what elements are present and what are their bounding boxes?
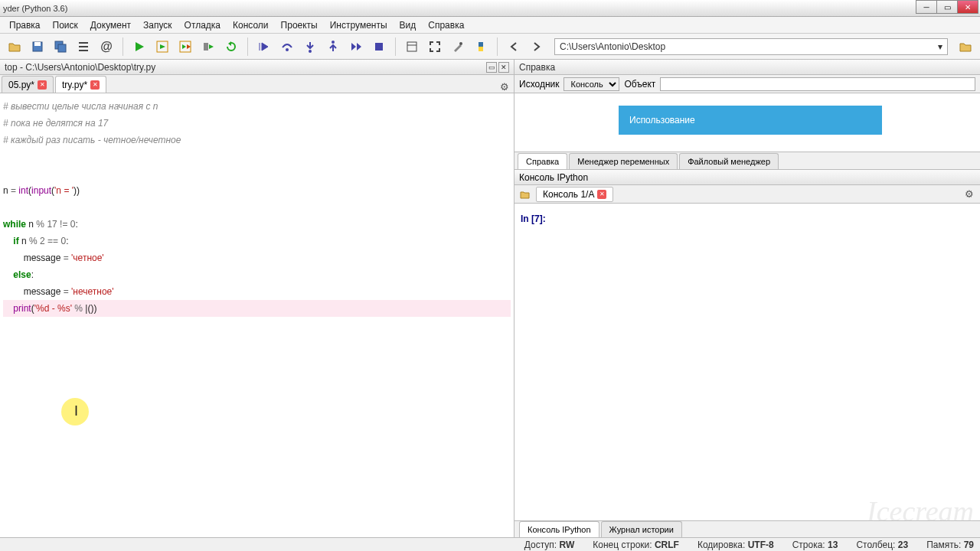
editor-path: top - C:\Users\Antonio\Desktop\try.py [5,62,155,73]
debug-stepout-icon[interactable] [323,37,343,57]
address-bar[interactable]: C:\Users\Antonio\Desktop▾ [554,38,948,55]
svg-rect-6 [204,43,208,51]
list-icon[interactable] [74,37,93,57]
object-label: Объект [624,79,655,90]
debug-continue-icon[interactable] [346,37,366,57]
console-bottom-tab[interactable]: Консоль IPython [519,521,599,537]
debug-stepin-icon[interactable] [300,37,320,57]
close-pane-icon[interactable]: ✕ [498,62,509,73]
rerun-icon[interactable] [221,37,241,57]
console-bottom-tabs: Консоль IPythonЖурнал истории [514,520,980,537]
fullscreen-icon[interactable] [425,37,445,57]
help-tab[interactable]: Файловый менеджер [679,153,779,169]
code-line: # пока не делятся на 17 [3,115,511,132]
svg-point-9 [332,41,335,44]
help-controls: Исходник Консоль Объект [514,75,980,93]
svg-point-7 [286,48,289,51]
console-options-icon[interactable]: ⚙ [965,188,974,200]
menu-Консоли[interactable]: Консоли [227,18,275,32]
file-tab[interactable]: 05.py*✕ [2,76,54,93]
right-pane: Справка Исходник Консоль Объект Использо… [514,60,980,537]
code-line: while n % 17 != 0: [3,216,511,233]
menu-Справка[interactable]: Справка [422,18,470,32]
menu-Вид[interactable]: Вид [394,18,423,32]
source-select[interactable]: Консоль [564,77,619,91]
minimize-button[interactable]: ─ [916,0,937,14]
console-tab[interactable]: Консоль 1/A✕ [536,187,613,202]
editor-pane: top - C:\Users\Antonio\Desktop\try.py ▭✕… [0,60,514,537]
run-cell-advance-icon[interactable] [175,37,195,57]
code-line: message = 'четное' [3,249,511,266]
console-browse-icon[interactable] [518,187,533,202]
code-line [3,165,511,182]
menu-Отладка[interactable]: Отладка [178,18,227,32]
run-icon[interactable] [129,37,149,57]
debug-stop-icon[interactable] [369,37,389,57]
close-button[interactable]: ✕ [957,0,978,14]
close-tab-icon[interactable]: ✕ [38,80,47,90]
close-tab-icon[interactable]: ✕ [90,80,100,90]
code-line: # вывести целые числа начиная с n [3,98,511,115]
menubar: ПравкаПоискДокументЗапускОтладкаКонсолиП… [0,17,980,34]
help-tab[interactable]: Менеджер переменных [569,153,678,169]
code-line [3,199,511,216]
console-prompt: In [7]: [521,214,546,224]
toolbar: @ C:\Users\Antonio\Desktop▾ [0,34,980,60]
help-body: Использование [514,93,980,152]
menu-Документ[interactable]: Документ [84,18,137,32]
undock-icon[interactable]: ▭ [486,62,497,73]
code-line: n = int(input('n = ')) [3,182,511,199]
save-all-icon[interactable] [51,37,70,57]
code-line [3,148,511,165]
code-line: else: [3,266,511,283]
preferences-icon[interactable] [448,37,468,57]
titlebar: yder (Python 3.6) ─ ▭ ✕ [0,0,980,17]
maximize-button[interactable]: ▭ [936,0,958,14]
svg-point-12 [459,42,462,45]
open-icon[interactable] [5,37,24,57]
back-icon[interactable] [504,37,524,57]
statusbar: Доступ: RW Конец строки: CRLF Кодировка:… [0,537,980,551]
code-editor[interactable]: # вывести целые числа начиная с n# пока … [0,93,514,537]
file-tabs: 05.py*✕try.py*✕⚙ [0,75,514,93]
code-line: message = 'нечетное' [3,283,511,300]
code-line: if n % 2 == 0: [3,233,511,249]
svg-rect-3 [58,44,66,52]
help-pane-title: Справка [514,60,980,75]
at-icon[interactable]: @ [96,37,116,57]
python-icon[interactable] [471,37,491,57]
help-tabs: СправкаМенеджер переменныхФайловый менед… [514,152,980,170]
svg-rect-10 [375,43,383,51]
svg-rect-11 [407,42,416,51]
menu-Запуск[interactable]: Запуск [137,18,178,32]
file-tab[interactable]: try.py*✕ [55,76,106,93]
window-buttons: ─ ▭ ✕ [916,0,978,14]
console-tabs: Консоль 1/A✕ ⚙ [514,185,980,204]
help-tab[interactable]: Справка [518,153,567,169]
tab-options-icon[interactable]: ⚙ [500,81,509,93]
window-title: yder (Python 3.6) [3,4,67,13]
menu-Поиск[interactable]: Поиск [47,18,84,32]
source-label: Исходник [519,79,559,90]
maximize-pane-icon[interactable] [402,37,422,57]
save-icon[interactable] [28,37,47,57]
menu-Правка[interactable]: Правка [3,18,47,32]
forward-icon[interactable] [527,37,547,57]
menu-Инструменты[interactable]: Инструменты [324,18,394,32]
debug-stepover-icon[interactable] [277,37,297,57]
editor-pane-title: top - C:\Users\Antonio\Desktop\try.py ▭✕ [0,60,514,75]
code-line: # каждый раз писать - четное/нечетное [3,132,511,148]
usage-tab[interactable]: Использование [619,106,882,135]
debug-step-icon[interactable] [254,37,274,57]
run-selection-icon[interactable] [198,37,218,57]
code-line: print('%d - %s' % |()) [3,300,511,317]
console-bottom-tab[interactable]: Журнал истории [601,521,682,537]
menu-Проекты[interactable]: Проекты [275,18,324,32]
object-input[interactable] [660,77,975,91]
svg-rect-1 [34,42,41,46]
run-cell-icon[interactable] [152,37,172,57]
ipython-console[interactable]: In [7]: [514,204,980,520]
browse-icon[interactable] [956,37,975,57]
svg-point-8 [309,50,312,53]
console-pane-title: Консоль IPython [514,170,980,185]
